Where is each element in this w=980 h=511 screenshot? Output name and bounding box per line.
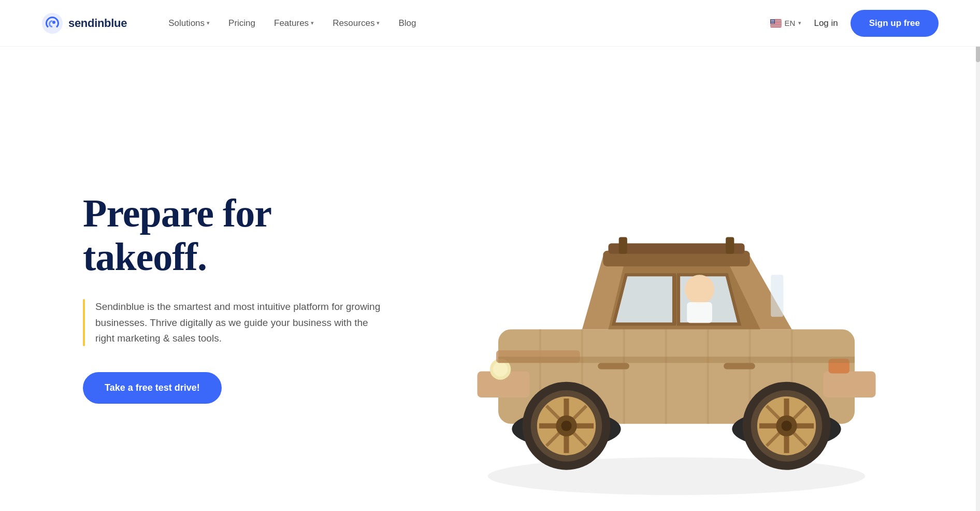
hero-accent-bar (83, 299, 85, 346)
svg-point-25 (772, 21, 772, 22)
navbar: sendinblue Solutions ▾ Pricing Features … (0, 0, 980, 47)
svg-point-0 (42, 13, 63, 34)
nav-resources[interactable]: Resources ▾ (333, 18, 380, 29)
wooden-car-image (414, 88, 939, 508)
svg-point-32 (774, 22, 774, 22)
svg-point-48 (685, 275, 714, 304)
svg-rect-76 (619, 237, 627, 253)
page-scrollbar[interactable] (976, 0, 980, 511)
logo-link[interactable]: sendinblue (41, 12, 127, 34)
signup-button[interactable]: Sign up free (851, 10, 939, 37)
language-selector[interactable]: EN ▾ (770, 19, 802, 27)
navbar-right: EN ▾ Log in Sign up free (770, 10, 939, 37)
svg-rect-7 (770, 25, 782, 25)
svg-point-26 (772, 21, 773, 22)
resources-chevron-icon: ▾ (377, 20, 380, 26)
svg-point-24 (771, 21, 771, 22)
login-link[interactable]: Log in (814, 18, 838, 29)
svg-point-33 (771, 22, 771, 23)
svg-rect-80 (598, 363, 629, 369)
svg-point-16 (772, 20, 772, 20)
nav-features[interactable]: Features ▾ (274, 18, 314, 29)
svg-point-19 (771, 21, 771, 21)
nav-pricing[interactable]: Pricing (228, 18, 255, 29)
svg-point-35 (772, 22, 773, 23)
svg-rect-8 (770, 26, 782, 26)
svg-rect-79 (498, 357, 855, 363)
svg-point-29 (771, 22, 772, 22)
svg-rect-81 (724, 363, 755, 369)
svg-point-18 (773, 20, 774, 20)
svg-point-10 (771, 19, 771, 20)
svg-point-20 (771, 21, 772, 21)
svg-point-1 (52, 21, 55, 24)
svg-rect-77 (726, 237, 734, 253)
logo-icon (41, 12, 63, 34)
svg-rect-51 (823, 371, 875, 398)
nav-solutions[interactable]: Solutions ▾ (168, 18, 210, 29)
us-flag-icon (770, 19, 782, 27)
svg-point-22 (773, 21, 773, 21)
svg-point-21 (772, 21, 773, 21)
main-nav: Solutions ▾ Pricing Features ▾ Resources… (168, 18, 416, 29)
svg-point-36 (773, 22, 774, 23)
svg-point-28 (771, 22, 771, 22)
hero-description-wrapper: Sendinblue is the smartest and most intu… (83, 299, 383, 346)
svg-point-30 (772, 22, 773, 22)
svg-point-12 (772, 19, 773, 20)
svg-point-27 (773, 21, 774, 22)
lang-chevron-icon: ▾ (798, 20, 801, 26)
solutions-chevron-icon: ▾ (207, 20, 210, 26)
nav-blog[interactable]: Blog (398, 18, 416, 29)
svg-rect-82 (771, 275, 783, 317)
svg-point-13 (773, 19, 773, 20)
svg-rect-75 (608, 244, 744, 254)
svg-point-65 (561, 421, 571, 431)
svg-point-31 (773, 22, 773, 22)
svg-point-53 (493, 362, 508, 376)
svg-point-17 (772, 20, 773, 20)
hero-description: Sendinblue is the smartest and most intu… (95, 299, 383, 346)
svg-rect-49 (687, 302, 712, 323)
hero-content: Prepare for takeoff. Sendinblue is the s… (83, 192, 383, 404)
hero-image-area (414, 88, 939, 508)
hero-cta-button[interactable]: Take a free test drive! (83, 372, 222, 404)
svg-point-74 (781, 421, 791, 431)
svg-rect-6 (770, 23, 782, 24)
svg-point-14 (774, 19, 774, 20)
svg-point-34 (772, 22, 772, 23)
lang-code: EN (785, 19, 796, 27)
hero-section: Prepare for takeoff. Sendinblue is the s… (0, 47, 980, 511)
features-chevron-icon: ▾ (311, 20, 314, 26)
brand-name: sendinblue (68, 17, 127, 30)
navbar-left: sendinblue Solutions ▾ Pricing Features … (41, 12, 416, 34)
hero-title: Prepare for takeoff. (83, 192, 383, 278)
svg-point-23 (774, 21, 774, 21)
svg-point-15 (771, 20, 771, 20)
svg-point-11 (771, 19, 772, 20)
